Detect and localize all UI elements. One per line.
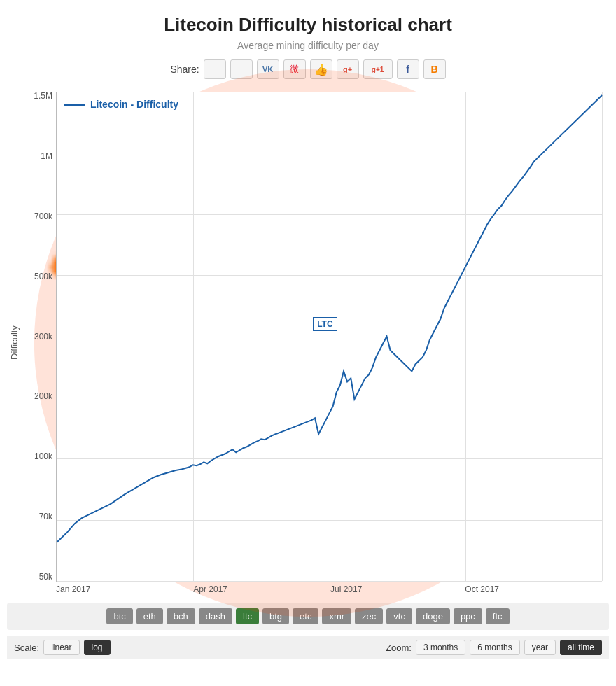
x-labels: Jan 2017 Apr 2017 Jul 2017 Oct 2017 xyxy=(56,582,602,594)
y-axis-label: Difficulty xyxy=(7,92,21,594)
chart-inner: 1.5M 1M 700k 500k 300k 200k 100k 70k 50k xyxy=(56,92,602,582)
chart-svg xyxy=(57,92,602,581)
chart-area: Difficulty 1.5M 1M 700k 500k 300k 200k 1… xyxy=(7,92,609,594)
x-label-apr2017: Apr 2017 xyxy=(193,584,227,594)
difficulty-line xyxy=(57,95,602,542)
x-label-oct2017: Oct 2017 xyxy=(465,584,499,594)
x-label-jul2017: Jul 2017 xyxy=(330,584,362,594)
y-labels: 1.5M 1M 700k 500k 300k 200k 100k 70k 50k xyxy=(22,92,55,581)
y-label-100k: 100k xyxy=(22,452,55,461)
y-label-500k: 500k xyxy=(22,272,55,281)
y-label-700k: 700k xyxy=(22,212,55,220)
y-label-200k: 200k xyxy=(22,392,55,400)
share-twitter-button[interactable]: 🐦 xyxy=(230,59,253,79)
y-label-1m: 1M xyxy=(22,152,55,160)
y-label-1_5m: 1.5M xyxy=(22,92,55,100)
y-label-70k: 70k xyxy=(22,512,55,521)
share-bar: Share: r 🐦 VK 微 👍 g+ g+1 f B xyxy=(7,59,609,79)
x-label-jan2017: Jan 2017 xyxy=(56,584,90,594)
chart-container: 1.5M 1M 700k 500k 300k 200k 100k 70k 50k xyxy=(21,92,609,594)
y-label-300k: 300k xyxy=(22,332,55,341)
y-label-50k: 50k xyxy=(22,573,55,581)
